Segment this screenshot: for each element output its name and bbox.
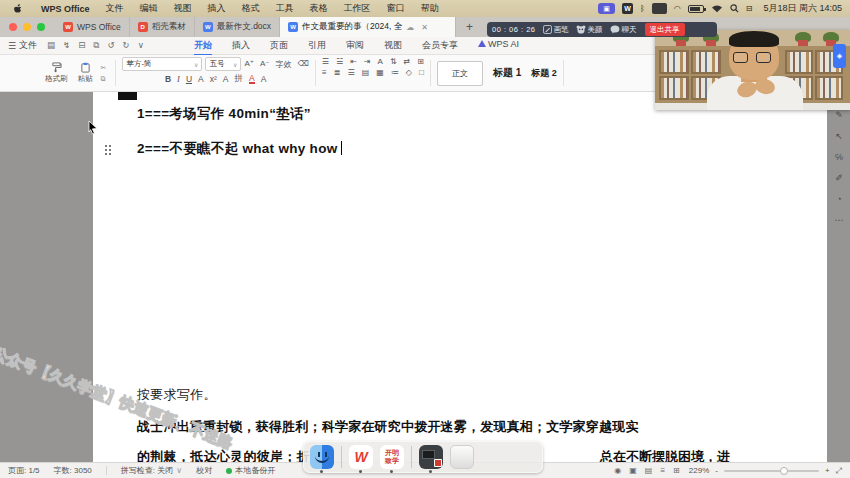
doc-paragraph-3-right[interactable]: 总在不断摆脱困境，进 [600, 448, 730, 462]
menu-view[interactable]: 视图 [166, 2, 200, 15]
bold-button[interactable]: B [165, 74, 171, 84]
redo-icon[interactable]: ↻ [123, 40, 130, 51]
save-icon[interactable]: ▤ [47, 40, 55, 51]
tab-reference[interactable]: 引用 [298, 37, 336, 54]
grid-view-icon[interactable]: ⊞ [673, 466, 680, 475]
paragraph-drag-handle[interactable] [104, 144, 112, 156]
paste-button[interactable]: 粘贴 [73, 62, 98, 84]
menu-window[interactable]: 窗口 [379, 2, 413, 15]
menu-format[interactable]: 格式 [234, 2, 268, 15]
eye-protect-icon[interactable]: ◉ [614, 466, 621, 475]
dock-trash-icon[interactable] [450, 445, 474, 469]
tab-membership[interactable]: 会员专享 [412, 37, 468, 54]
close-tab-icon[interactable]: ✕ [421, 23, 428, 32]
zoom-percent[interactable]: 229% [689, 466, 709, 475]
edit-pen-icon[interactable]: ✎ [835, 110, 843, 120]
minimize-window-button[interactable] [23, 23, 31, 31]
floating-widget-badge[interactable]: ◈ [833, 44, 846, 68]
tab-active-document[interactable]: W 作文最重要的事（2024, 全 ☁ ✕ [280, 17, 456, 37]
proofread-button[interactable]: 校对 [196, 465, 212, 476]
dock-screenshot-app-icon[interactable] [419, 445, 443, 469]
control-center-icon[interactable]: ⊟ [746, 4, 753, 13]
menu-help[interactable]: 帮助 [413, 2, 447, 15]
paragraph-layout-button[interactable]: ≔ [391, 68, 399, 77]
align-right-button[interactable]: ☰ [347, 68, 354, 77]
clear-format-button[interactable]: ⌫ [298, 59, 309, 70]
zoom-slider[interactable] [724, 470, 819, 472]
preview-icon[interactable]: ⧉ [93, 40, 99, 51]
zoom-out-button[interactable]: - [715, 466, 718, 475]
tab-latest-composition[interactable]: W 最新作文.docx [195, 17, 280, 37]
tab-wps-home[interactable]: W WPS Office [55, 17, 130, 37]
battery-icon[interactable] [688, 5, 704, 13]
webcam-video-overlay[interactable]: ◈ [655, 30, 850, 110]
char-scale-button[interactable]: A [378, 57, 383, 66]
chevron-down-icon[interactable]: ∨ [138, 40, 144, 51]
tab-wps-ai[interactable]: WPS AI [468, 37, 529, 54]
word-count-icon[interactable]: ℅ [835, 152, 843, 162]
local-backup-status[interactable]: 本地备份开 [226, 465, 275, 476]
menu-edit[interactable]: 编辑 [132, 2, 166, 15]
numbered-list-button[interactable]: ☱ [336, 57, 343, 66]
font-size-select[interactable]: 五号∨ [205, 57, 241, 71]
align-left-button[interactable]: ≡ [322, 68, 327, 77]
doc-line-1[interactable]: 1===考场写作 40min“垫话” [137, 105, 311, 123]
doc-line-2[interactable]: 2===不要瞧不起 what why how [137, 140, 342, 158]
menu-tools[interactable]: 工具 [268, 2, 302, 15]
menu-insert[interactable]: 插入 [200, 2, 234, 15]
tab-docer-templates[interactable]: D 稻壳素材 [130, 17, 195, 37]
print-icon[interactable]: ⊟ [78, 40, 85, 51]
border-button[interactable]: □ [419, 68, 424, 77]
tab-home[interactable]: 开始 [184, 37, 222, 54]
pinyin-guide-button[interactable]: 拼 [234, 73, 243, 85]
cut-icon[interactable]: ✂ [101, 64, 107, 72]
more-tools-icon[interactable]: ⋯ [835, 215, 844, 225]
dock-kaiming-zhixue-icon[interactable]: 开明致学 [380, 445, 404, 469]
char-effects-button[interactable]: A [223, 74, 229, 84]
document-page[interactable]: 1===考场写作 40min“垫话” 2===不要瞧不起 what why ho… [93, 92, 827, 462]
annotate-button[interactable]: 画笔 [543, 25, 569, 35]
new-tab-button[interactable]: + [456, 17, 483, 37]
menu-workspace[interactable]: 工作区 [336, 2, 379, 15]
style-heading1[interactable]: 标题 1 [493, 66, 521, 80]
exit-share-button[interactable]: 退出共享 [645, 23, 685, 36]
tab-insert[interactable]: 插入 [222, 37, 260, 54]
word-count[interactable]: 字数: 3050 [54, 465, 92, 476]
menubar-app-name[interactable]: WPS Office [33, 4, 98, 14]
format-painter-button[interactable]: 格式刷 [40, 62, 73, 84]
font-name-select[interactable]: 苹方-简∨ [122, 57, 202, 71]
distribute-button[interactable]: ▦ [376, 68, 384, 77]
underline-button[interactable]: U [186, 74, 192, 84]
text-effects-button[interactable]: 字效 [276, 59, 292, 70]
dock-wps-icon[interactable]: W [349, 445, 373, 469]
shading-button[interactable]: ◇ [406, 68, 412, 77]
decrease-font-button[interactable]: A⁻ [260, 59, 270, 70]
zoom-slider-handle[interactable] [780, 467, 788, 475]
increase-font-button[interactable]: A⁺ [244, 59, 254, 70]
sort-button[interactable]: ⇄ [404, 57, 411, 66]
style-heading2[interactable]: 标题 2 [531, 67, 557, 80]
menu-table[interactable]: 表格 [302, 2, 336, 15]
tab-page[interactable]: 页面 [260, 37, 298, 54]
search-icon[interactable] [730, 4, 739, 13]
chat-button[interactable]: 聊天 [610, 25, 637, 35]
web-view-icon[interactable]: ▤ [645, 466, 653, 475]
decrease-indent-button[interactable]: ⇤ [350, 57, 357, 66]
spellcheck-toggle[interactable]: 拼写检查: 关闭∨ [121, 465, 182, 476]
undo-icon[interactable]: ↺ [107, 40, 114, 51]
input-method-icon[interactable] [652, 3, 667, 14]
superscript-button[interactable]: x² [210, 74, 217, 84]
outline-view-icon[interactable]: ≡ [660, 466, 665, 475]
show-marks-button[interactable]: ⊞ [417, 57, 424, 66]
highlight-color-button[interactable]: A [261, 74, 267, 84]
menubar-clock[interactable]: 5月18日 周六 14:05 [759, 2, 842, 15]
menu-file[interactable]: 文件 [98, 2, 132, 15]
zoom-in-button[interactable]: + [825, 466, 830, 475]
page-indicator[interactable]: 页面: 1/5 [8, 465, 40, 476]
beauty-filter-button[interactable]: 美颜 [576, 25, 603, 35]
wifi-icon[interactable] [711, 4, 723, 13]
history-clock-icon[interactable]: ◔ [836, 194, 841, 204]
font-color-button[interactable]: A [249, 74, 255, 85]
close-window-button[interactable] [9, 23, 17, 31]
comment-icon[interactable]: ✐ [835, 173, 843, 183]
